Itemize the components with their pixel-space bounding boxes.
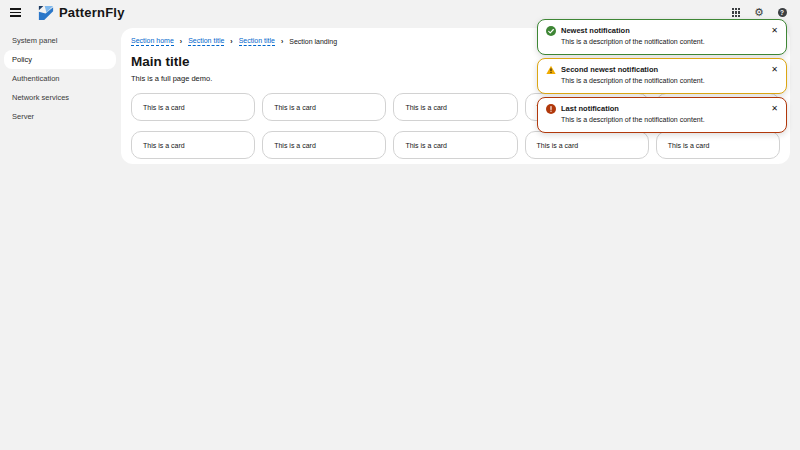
alert-description: This is a description of the notificatio… bbox=[561, 76, 766, 86]
sidebar-item-system-panel[interactable]: System panel bbox=[4, 31, 116, 50]
card[interactable]: This is a card bbox=[131, 131, 255, 159]
card[interactable]: This is a card bbox=[131, 93, 255, 121]
breadcrumb-link-section-title-2[interactable]: Section title bbox=[239, 37, 275, 46]
card[interactable]: This is a card bbox=[262, 93, 386, 121]
toast-alert-success: Newest notification This is a descriptio… bbox=[537, 19, 787, 55]
sidebar-item-policy[interactable]: Policy bbox=[4, 50, 116, 69]
sidebar-item-authentication[interactable]: Authentication bbox=[4, 69, 116, 88]
card[interactable]: This is a card bbox=[393, 93, 517, 121]
sidebar-item-server[interactable]: Server bbox=[4, 107, 116, 126]
gear-icon: ⚙ bbox=[754, 7, 764, 18]
close-icon[interactable]: ✕ bbox=[771, 65, 778, 74]
chevron-right-icon: › bbox=[230, 38, 232, 46]
toast-alert-warning: Second newest notification This is a des… bbox=[537, 58, 787, 94]
check-circle-icon bbox=[546, 26, 556, 36]
chevron-right-icon: › bbox=[180, 38, 182, 46]
masthead-toolbar: ⚙ ? bbox=[730, 7, 788, 19]
breadcrumb-link-section-title-1[interactable]: Section title bbox=[188, 37, 224, 46]
card[interactable]: This is a card bbox=[393, 131, 517, 159]
help-button[interactable]: ? bbox=[776, 7, 788, 19]
sidebar: System panel Policy Authentication Netwo… bbox=[0, 25, 121, 450]
breadcrumb-current-section-landing: Section landing bbox=[289, 38, 337, 46]
grid-icon bbox=[732, 8, 741, 17]
alert-description: This is a description of the notificatio… bbox=[561, 115, 766, 125]
warning-triangle-icon bbox=[546, 65, 556, 75]
card[interactable]: This is a card bbox=[656, 131, 780, 159]
breadcrumb-link-section-home[interactable]: Section home bbox=[131, 37, 174, 46]
question-circle-icon: ? bbox=[778, 8, 787, 17]
alert-title: Last notification bbox=[561, 104, 766, 114]
nav-toggle-hamburger-icon[interactable] bbox=[10, 5, 26, 21]
sidebar-item-network-services[interactable]: Network services bbox=[4, 88, 116, 107]
chevron-right-icon: › bbox=[281, 38, 283, 46]
card[interactable]: This is a card bbox=[262, 131, 386, 159]
alert-description: This is a description of the notificatio… bbox=[561, 37, 766, 47]
patternfly-logo-icon bbox=[38, 5, 54, 21]
app-launcher-button[interactable] bbox=[730, 7, 742, 19]
settings-button[interactable]: ⚙ bbox=[753, 7, 765, 19]
logo-text: PatternFly bbox=[59, 5, 125, 20]
alert-title: Second newest notification bbox=[561, 65, 766, 75]
brand: PatternFly bbox=[38, 5, 125, 21]
close-icon[interactable]: ✕ bbox=[771, 104, 778, 113]
toast-alert-danger: Last notification This is a description … bbox=[537, 97, 787, 133]
close-icon[interactable]: ✕ bbox=[771, 26, 778, 35]
alert-title: Newest notification bbox=[561, 26, 766, 36]
alert-group: Newest notification This is a descriptio… bbox=[537, 19, 787, 133]
card[interactable]: This is a card bbox=[525, 131, 649, 159]
exclamation-circle-icon bbox=[546, 104, 556, 114]
